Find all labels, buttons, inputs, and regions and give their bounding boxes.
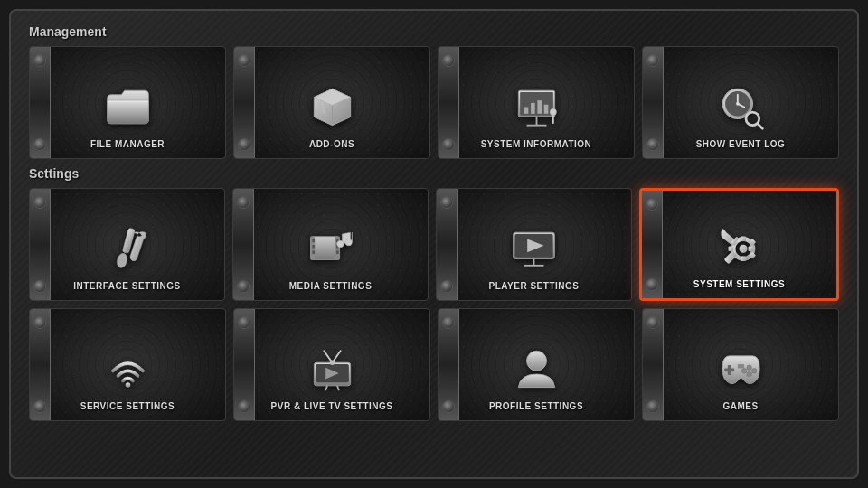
screw-bottom: [646, 138, 659, 151]
svg-point-65: [526, 351, 546, 371]
svg-line-59: [326, 385, 327, 390]
screw-bottom: [238, 400, 250, 413]
svg-rect-67: [724, 368, 734, 371]
person-icon: [509, 342, 563, 396]
svg-point-69: [751, 368, 757, 373]
tile-pvr-settings[interactable]: PVR & LIVE TV SETTINGS: [233, 308, 430, 421]
svg-rect-0: [107, 100, 148, 102]
screw-bottom: [440, 280, 453, 293]
management-section: Management: [29, 24, 839, 159]
svg-point-56: [125, 382, 130, 388]
tile-show-event-log-label: SHOW EVENT LOG: [696, 139, 786, 149]
tile-show-event-log[interactable]: SHOW EVENT LOG: [642, 46, 839, 159]
clock-search-icon: [713, 80, 768, 134]
settings-row: INTERFACE SETTINGS: [29, 188, 839, 301]
svg-rect-13: [537, 100, 542, 114]
tile-file-manager-label: FILE MANAGER: [90, 139, 165, 149]
settings-title: Settings: [29, 166, 839, 181]
tile-system-settings[interactable]: SYSTEM SETTINGS: [639, 188, 839, 301]
svg-rect-72: [737, 364, 743, 369]
svg-rect-11: [524, 107, 528, 113]
tile-media-settings[interactable]: MEDIA SETTINGS: [232, 188, 429, 301]
tile-interface-settings-label: INTERFACE SETTINGS: [73, 281, 180, 291]
svg-rect-12: [531, 102, 535, 113]
film-music-icon: [304, 221, 358, 276]
screw-top: [237, 196, 250, 209]
screw-top: [646, 198, 658, 211]
screw-bottom: [33, 280, 46, 293]
screw-top: [440, 196, 453, 209]
svg-point-25: [116, 251, 129, 268]
svg-point-21: [736, 102, 740, 106]
svg-point-68: [746, 364, 751, 370]
screw-bottom: [238, 138, 250, 151]
svg-rect-14: [543, 104, 548, 113]
svg-line-23: [757, 123, 762, 128]
tile-games-label: GAMES: [722, 401, 758, 411]
management-row: FILE MANAGER: [29, 46, 839, 159]
svg-rect-48: [729, 246, 734, 251]
tile-system-information[interactable]: SYSTEM INFORMATION: [438, 46, 635, 159]
svg-point-63: [329, 360, 335, 365]
main-container: Management: [9, 9, 859, 479]
screw-bottom: [33, 400, 46, 413]
tile-games[interactable]: GAMES: [642, 308, 839, 421]
svg-rect-31: [312, 250, 315, 254]
tile-service-settings[interactable]: SERVICE SETTINGS: [29, 308, 226, 421]
svg-rect-49: [749, 246, 754, 251]
screw-top: [33, 54, 46, 67]
svg-point-35: [337, 240, 344, 247]
tile-profile-settings-label: PROFILE SETTINGS: [489, 401, 583, 411]
wifi-service-icon: [100, 342, 155, 396]
screw-top: [33, 316, 46, 329]
monitor-play-icon: [507, 221, 561, 276]
tile-player-settings-label: PLAYER SETTINGS: [489, 281, 580, 291]
tile-add-ons-label: ADD-ONS: [309, 139, 354, 149]
screw-bottom: [237, 280, 250, 293]
tile-file-manager[interactable]: FILE MANAGER: [29, 46, 226, 159]
svg-rect-26: [311, 236, 340, 259]
screw-top: [442, 54, 455, 67]
management-title: Management: [29, 24, 839, 39]
tile-service-settings-label: SERVICE SETTINGS: [80, 401, 175, 411]
presentation-icon: [509, 80, 563, 134]
svg-point-36: [345, 239, 352, 245]
svg-rect-29: [312, 239, 315, 242]
tile-system-information-label: SYSTEM INFORMATION: [481, 139, 592, 149]
svg-point-45: [740, 244, 748, 252]
screw-top: [238, 316, 250, 329]
svg-point-15: [550, 108, 556, 115]
svg-rect-34: [336, 250, 339, 254]
box-icon: [305, 80, 359, 134]
tile-system-settings-label: SYSTEM SETTINGS: [693, 279, 785, 289]
screw-bottom: [33, 138, 46, 151]
screw-top: [238, 54, 250, 67]
tile-interface-settings[interactable]: INTERFACE SETTINGS: [29, 188, 225, 301]
tile-media-settings-label: MEDIA SETTINGS: [289, 281, 373, 291]
brush-icon: [100, 221, 155, 276]
svg-point-71: [741, 368, 747, 373]
screw-top: [646, 54, 659, 67]
svg-rect-47: [741, 256, 746, 261]
screw-bottom: [646, 400, 659, 413]
svg-rect-30: [312, 244, 315, 248]
svg-point-70: [746, 371, 751, 377]
wrench-gear-icon: [712, 220, 767, 274]
tv-antenna-icon: [305, 342, 359, 396]
tile-add-ons[interactable]: ADD-ONS: [233, 46, 430, 159]
tile-pvr-settings-label: PVR & LIVE TV SETTINGS: [271, 401, 393, 411]
tile-player-settings[interactable]: PLAYER SETTINGS: [436, 188, 632, 301]
settings-section-2: SERVICE SETTINGS: [29, 308, 839, 421]
tile-profile-settings[interactable]: PROFILE SETTINGS: [438, 308, 635, 421]
svg-rect-46: [741, 236, 746, 241]
screw-top: [33, 196, 46, 209]
settings-row-2: SERVICE SETTINGS: [29, 308, 839, 421]
screw-bottom: [442, 400, 455, 413]
screw-bottom: [646, 278, 658, 291]
settings-section: Settings: [29, 166, 839, 301]
gamepad-icon: [713, 342, 768, 396]
screw-top: [442, 316, 455, 329]
folder-icon: [100, 80, 155, 134]
svg-line-60: [337, 385, 339, 390]
screw-bottom: [442, 138, 455, 151]
